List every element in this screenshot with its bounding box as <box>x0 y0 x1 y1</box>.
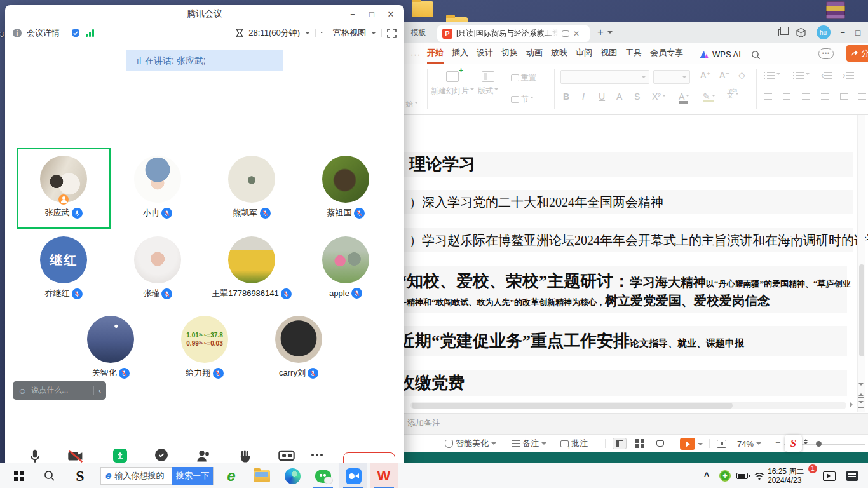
wps-prev-tab[interactable]: 模板 <box>404 22 433 43</box>
file-explorer-icon[interactable] <box>248 463 276 488</box>
align-right-button[interactable] <box>802 92 810 102</box>
ribbon-tab[interactable]: 视图 <box>600 47 617 64</box>
new-slide-button[interactable]: 新建幻灯片 <box>431 71 474 97</box>
section-button[interactable]: 节 <box>511 94 534 105</box>
3d-box-icon[interactable] <box>796 27 806 38</box>
participants-button[interactable] <box>196 449 211 464</box>
ribbon-tab[interactable]: 切换 <box>501 47 518 64</box>
decrease-indent-icon[interactable]: ‹ <box>821 70 832 80</box>
clear-format-icon[interactable]: ◇ <box>738 70 745 80</box>
share-screen-button[interactable] <box>113 449 127 463</box>
comments-button[interactable]: 批注 <box>560 435 588 452</box>
close-button[interactable]: ✕ <box>381 5 400 23</box>
participant-tile[interactable]: 熊凯军 <box>205 148 299 229</box>
ribbon-tab[interactable]: 审阅 <box>576 47 592 64</box>
underline-button[interactable]: U <box>599 92 605 102</box>
search-go-button[interactable]: 搜索一下 <box>172 467 213 485</box>
browser-green-e-icon[interactable]: e <box>217 463 245 488</box>
minimize-button[interactable]: − <box>343 5 362 23</box>
outline-row[interactable]: ）深入学习党的二十大和2024年全国两会精神 <box>404 190 853 214</box>
participant-tile[interactable]: 关智化 <box>64 308 158 388</box>
numbered-list-button[interactable] <box>793 70 810 80</box>
outline-area[interactable]: 理论学习 ）深入学习党的二十大和2024年全国两会精神 ）学习赵乐际在博鳌亚洲论… <box>404 115 868 412</box>
font-color-button[interactable]: A <box>679 92 689 103</box>
notes-input[interactable]: 添加备注 <box>404 413 868 434</box>
more-button[interactable] <box>311 454 323 456</box>
strikethrough-button[interactable]: S <box>634 92 640 102</box>
ribbon-tab[interactable]: 工具 <box>625 47 642 64</box>
touch-keyboard-icon[interactable] <box>820 463 839 488</box>
scroll-right-icon[interactable] <box>850 402 855 407</box>
collapse-chat-icon[interactable]: ‹ <box>98 386 101 395</box>
participant-tile[interactable]: 小冉 <box>111 148 205 229</box>
outline-row[interactable]: “知校、爱校、荣校”主题研讨：学习海大精神以“丹心耀南疆”的爱国精神、“草庐创业… <box>404 266 847 313</box>
new-tab-button[interactable]: + <box>597 26 604 39</box>
maximize-button[interactable]: □ <box>362 5 381 23</box>
slide-sorter-view-button[interactable] <box>633 438 647 449</box>
horizontal-scrollbar[interactable] <box>410 402 846 409</box>
decrease-font-button[interactable]: A⁻ <box>719 70 730 80</box>
align-left-button[interactable] <box>764 92 772 102</box>
slide-nav-buttons[interactable] <box>857 377 865 408</box>
desktop-folder-icon[interactable] <box>412 1 433 17</box>
text-direction-button[interactable]: wén文 <box>727 88 739 99</box>
scrollbar-thumb[interactable] <box>859 264 864 356</box>
vertical-scrollbar[interactable] <box>857 115 865 412</box>
ribbon-tab[interactable]: 设计 <box>477 47 493 64</box>
participant-tile[interactable]: 张瑾 <box>111 229 205 308</box>
reading-view-button[interactable] <box>653 438 667 449</box>
wechat-icon[interactable] <box>309 463 337 488</box>
italic-button[interactable]: I <box>582 92 585 102</box>
outline-row[interactable]: ）学习赵乐际在博鳌亚洲论坛2024年年会开幕式上的主旨演讲和在海南调研时的讲话精… <box>404 228 853 252</box>
camera-off-button[interactable] <box>67 449 84 464</box>
search-icon[interactable] <box>751 50 761 60</box>
wifi-icon[interactable] <box>751 463 768 488</box>
security-button[interactable] <box>155 449 168 461</box>
font-name-select[interactable] <box>560 70 649 84</box>
meeting-details-button[interactable]: 会议详情 <box>27 27 60 39</box>
zoom-out-button[interactable]: − <box>775 437 780 447</box>
edge-browser-icon[interactable] <box>278 463 306 488</box>
start-button[interactable] <box>5 463 33 488</box>
align-center-button[interactable] <box>783 92 790 102</box>
bullet-list-button[interactable] <box>764 70 780 80</box>
superscript-button[interactable]: X² <box>652 92 666 102</box>
reset-button[interactable]: 重置 <box>511 72 536 83</box>
notes-button[interactable]: 备注 <box>512 435 546 452</box>
share-button[interactable]: 分享 <box>846 45 868 62</box>
increase-indent-icon[interactable]: › <box>843 70 854 80</box>
participant-tile[interactable]: 1.01³⁶⁵=37.80.99³⁶⁵=0.03 给力翔 <box>158 308 252 388</box>
ribbon-more-icon[interactable]: ··· <box>410 50 421 59</box>
scrollbar-thumb[interactable] <box>412 403 733 409</box>
scroll-down-icon[interactable] <box>858 383 864 388</box>
taskbar-search-box[interactable]: e 输入你想搜的 搜索一下 <box>100 467 214 485</box>
smart-beautify-button[interactable]: 智能美化 <box>445 435 496 452</box>
ribbon-tab[interactable]: 动画 <box>526 47 543 64</box>
fullscreen-icon[interactable] <box>387 29 397 38</box>
bold-button[interactable]: B <box>563 92 569 102</box>
layout-button[interactable]: 版式 <box>478 71 498 97</box>
wps-taskbar-icon[interactable]: W <box>370 463 398 488</box>
distribute-button[interactable] <box>840 92 848 102</box>
tray-expand-chevron[interactable]: ^ <box>699 463 714 488</box>
zoom-slider-handle[interactable] <box>816 441 822 447</box>
participant-tile[interactable]: 王翚17786986141 <box>205 229 299 308</box>
ribbon-tab[interactable]: 插入 <box>452 47 468 64</box>
increase-font-button[interactable]: A⁺ <box>700 70 711 80</box>
chat-quick-input[interactable]: ☺ 说点什么... ‹ <box>13 381 106 400</box>
tray-antivirus-icon[interactable]: + <box>717 463 733 488</box>
ribbon-tab[interactable]: 开始 <box>427 47 444 64</box>
wps-ai-button[interactable]: WPS AI <box>699 50 741 64</box>
zoom-level-label[interactable]: 74% <box>737 435 761 452</box>
outline-row[interactable]: 理论学习 <box>404 152 853 177</box>
s-app-icon[interactable]: S <box>66 463 94 488</box>
participant-tile[interactable]: 继红 乔继红 <box>17 229 111 308</box>
view-mode-button[interactable]: 宫格视图 <box>333 27 366 39</box>
service-icon[interactable]: ••• <box>818 48 834 59</box>
justify-button[interactable] <box>821 92 829 102</box>
outline-row[interactable]: 收缴党费 <box>404 370 847 396</box>
normal-view-button[interactable] <box>613 438 627 449</box>
ribbon-tab[interactable]: 会员专享 <box>650 47 683 64</box>
participant-tile[interactable]: apple <box>299 229 393 308</box>
slideshow-play-button[interactable] <box>680 438 703 450</box>
